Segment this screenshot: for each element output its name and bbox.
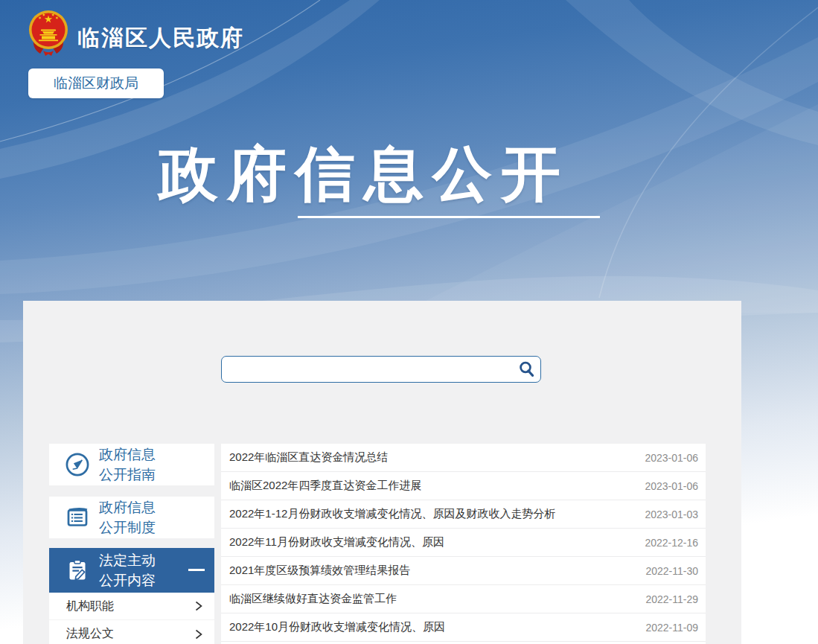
article-row[interactable]: 2022年1-12月份财政收支增减变化情况、原因及财政收入走势分析 2023-0… (221, 500, 706, 529)
search-box (221, 356, 541, 383)
sidebar-subitem-laws-documents[interactable]: 法规公文 (49, 620, 214, 644)
sidebar-subitem-label: 机构职能 (66, 599, 114, 614)
sidebar-item-label: 政府信息 公开指南 (99, 444, 156, 485)
article-date: 2023-01-06 (645, 452, 698, 464)
sidebar-subitem-label: 法规公文 (66, 626, 114, 642)
article-row[interactable]: 临淄区2022年四季度直达资金工作进展 2023-01-06 (221, 472, 706, 500)
site-brand[interactable]: 临淄区人民政府 (28, 9, 244, 57)
article-date: 2023-01-06 (645, 480, 698, 492)
title-underline-decoration (298, 216, 600, 218)
article-date: 2022-11-09 (645, 622, 698, 634)
article-date: 2022-11-30 (645, 565, 698, 577)
sidebar-item-gov-info-rules[interactable]: 政府信息 公开制度 (49, 497, 214, 538)
chevron-right-icon (194, 628, 203, 640)
chevron-right-icon (194, 600, 203, 612)
article-row[interactable]: 2022年临淄区直达资金情况总结 2023-01-06 (221, 444, 706, 472)
search-icon (517, 360, 536, 378)
search-input[interactable] (222, 357, 512, 382)
article-list: 2022年临淄区直达资金情况总结 2023-01-06 临淄区2022年四季度直… (221, 444, 706, 644)
notebook-icon (64, 504, 91, 531)
minus-icon (188, 569, 205, 571)
article-row[interactable]: 2021年度区级预算绩效管理结果报告 2022-11-30 (221, 557, 706, 585)
national-emblem-icon (28, 9, 68, 57)
article-title-link[interactable]: 临淄区2022年四季度直达资金工作进展 (229, 479, 421, 493)
article-title-link[interactable]: 2021年度区级预算绩效管理结果报告 (229, 564, 410, 578)
sidebar-item-label: 政府信息 公开制度 (99, 497, 156, 538)
sidebar-item-statutory-disclosure[interactable]: 法定主动 公开内容 (49, 548, 214, 593)
article-row[interactable]: 临淄区继续做好直达资金监管工作 2022-11-29 (221, 585, 706, 613)
article-title-link[interactable]: 2022年11月份财政收支增减变化情况、原因 (229, 535, 444, 549)
article-date: 2022-11-29 (645, 593, 698, 605)
article-date: 2023-01-03 (645, 508, 698, 520)
department-tab-button[interactable]: 临淄区财政局 (28, 68, 164, 98)
gov-site-name: 临淄区人民政府 (77, 23, 244, 54)
clipboard-pencil-icon (64, 557, 91, 584)
search-button[interactable] (512, 357, 540, 382)
sidebar-subpanel: 机构职能 法规公文 (49, 593, 214, 644)
article-title-link[interactable]: 2022年10月份财政收支增减变化情况、原因 (229, 620, 445, 634)
sidebar-item-gov-info-guide[interactable]: 政府信息 公开指南 (49, 444, 214, 485)
article-row[interactable]: 2022年11月份财政收支增减变化情况、原因 2022-12-16 (221, 529, 706, 557)
article-row[interactable]: 2022年10月份财政收支增减变化情况、原因 2022-11-09 (221, 613, 706, 642)
sidebar-subitem-org-functions[interactable]: 机构职能 (49, 593, 214, 620)
article-title-link[interactable]: 2022年1-12月份财政收支增减变化情况、原因及财政收入走势分析 (229, 507, 555, 521)
page-title: 政府信息公开 (159, 135, 569, 215)
sidebar-item-label: 法定主动 公开内容 (99, 550, 156, 590)
article-title-link[interactable]: 临淄区继续做好直达资金监管工作 (229, 592, 397, 606)
compass-icon (64, 451, 91, 478)
article-date: 2022-12-16 (645, 537, 698, 549)
article-title-link[interactable]: 2022年临淄区直达资金情况总结 (229, 450, 388, 465)
